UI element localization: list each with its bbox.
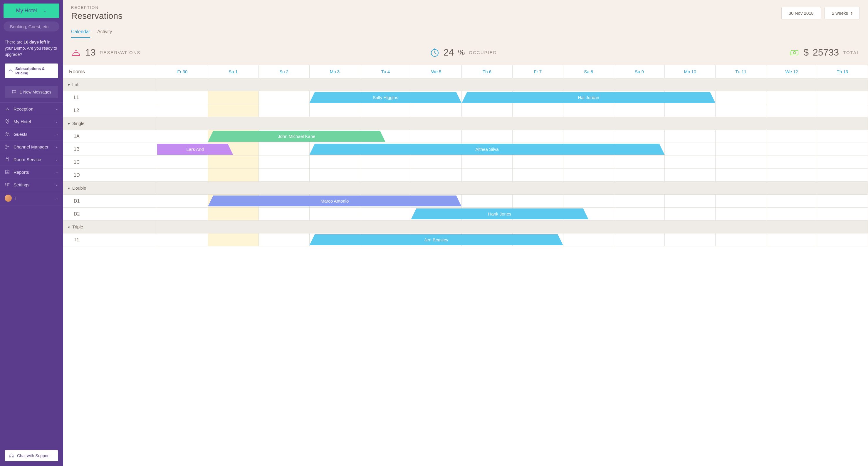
calendar-cell[interactable] [208, 233, 258, 246]
calendar-cell[interactable] [563, 195, 614, 208]
calendar-cell[interactable] [665, 208, 716, 221]
calendar-cell[interactable] [258, 156, 309, 169]
calendar-cell[interactable] [563, 169, 614, 182]
tab-calendar[interactable]: Calendar [71, 26, 90, 38]
calendar-cell[interactable] [716, 104, 766, 117]
room-label[interactable]: 1D [63, 169, 157, 182]
calendar-cell[interactable] [766, 156, 817, 169]
calendar-cell[interactable] [360, 104, 411, 117]
calendar-cell[interactable] [614, 156, 665, 169]
search-input[interactable] [10, 24, 66, 29]
calendar-cell[interactable] [258, 169, 309, 182]
sidebar-item-room-service[interactable]: Room Service ⌄ [0, 153, 63, 166]
calendar-cell[interactable] [258, 91, 309, 104]
day-header[interactable]: Sa 1 [208, 65, 258, 78]
reservation-bar[interactable]: Lars And [157, 144, 233, 155]
calendar-cell[interactable] [817, 233, 868, 246]
calendar-cell[interactable] [563, 130, 614, 143]
calendar-cell[interactable] [258, 233, 309, 246]
day-header[interactable]: Fr 7 [512, 65, 563, 78]
calendar-cell[interactable]: Hank Jones [411, 208, 462, 221]
reservation-bar[interactable]: Marco Antonio [208, 196, 462, 206]
calendar-cell[interactable] [665, 130, 716, 143]
calendar-cell[interactable] [258, 208, 309, 221]
sidebar-item-guests[interactable]: Guests ⌄ [0, 128, 63, 141]
calendar-cell[interactable] [208, 169, 258, 182]
day-header[interactable]: Th 13 [817, 65, 868, 78]
sidebar-item-user[interactable]: I ⌄ [0, 191, 63, 205]
calendar-cell[interactable] [716, 91, 766, 104]
room-group-toggle[interactable]: ▼Loft [63, 78, 157, 91]
calendar-cell[interactable] [766, 233, 817, 246]
day-header[interactable]: Th 6 [462, 65, 513, 78]
calendar-cell[interactable]: Lars And [157, 143, 208, 156]
calendar-cell[interactable] [665, 143, 716, 156]
calendar-cell[interactable] [360, 208, 411, 221]
search-box[interactable] [3, 22, 59, 31]
calendar-container[interactable]: RoomsFr 30Sa 1Su 2Mo 3Tu 4We 5Th 6Fr 7Sa… [63, 65, 868, 466]
reservation-bar[interactable]: Hal Jordan [462, 92, 715, 103]
room-label[interactable]: 1A [63, 130, 157, 143]
calendar-cell[interactable] [766, 143, 817, 156]
day-header[interactable]: Fr 30 [157, 65, 208, 78]
calendar-cell[interactable] [614, 130, 665, 143]
calendar-cell[interactable] [614, 169, 665, 182]
calendar-cell[interactable] [817, 156, 868, 169]
calendar-cell[interactable] [817, 195, 868, 208]
calendar-cell[interactable] [360, 169, 411, 182]
room-label[interactable]: D2 [63, 208, 157, 221]
calendar-cell[interactable] [157, 233, 208, 246]
chat-support-button[interactable]: Chat with Support [5, 450, 58, 461]
calendar-cell[interactable] [309, 156, 360, 169]
calendar-cell[interactable] [208, 208, 258, 221]
calendar-cell[interactable] [766, 104, 817, 117]
calendar-cell[interactable]: Marco Antonio [208, 195, 258, 208]
calendar-cell[interactable] [665, 156, 716, 169]
reservation-bar[interactable]: Jen Beasley [310, 234, 563, 245]
room-label[interactable]: D1 [63, 195, 157, 208]
hotel-select-button[interactable]: My Hotel ⌄ [3, 3, 59, 18]
calendar-cell[interactable] [614, 233, 665, 246]
calendar-cell[interactable] [208, 104, 258, 117]
calendar-cell[interactable] [258, 104, 309, 117]
room-label[interactable]: L1 [63, 91, 157, 104]
calendar-cell[interactable]: Hal Jordan [462, 91, 513, 104]
reservation-bar[interactable]: Hank Jones [411, 208, 588, 219]
subscriptions-button[interactable]: Subscriptions & Pricing [5, 63, 58, 78]
room-label[interactable]: L2 [63, 104, 157, 117]
sidebar-item-reports[interactable]: Reports ⌄ [0, 166, 63, 178]
day-header[interactable]: Tu 11 [716, 65, 766, 78]
calendar-cell[interactable] [157, 195, 208, 208]
room-group-toggle[interactable]: ▼Double [63, 182, 157, 195]
calendar-cell[interactable] [766, 195, 817, 208]
room-group-toggle[interactable]: ▼Single [63, 117, 157, 130]
calendar-cell[interactable]: Althea Silva [309, 143, 360, 156]
calendar-cell[interactable] [411, 156, 462, 169]
calendar-cell[interactable] [157, 156, 208, 169]
calendar-cell[interactable] [716, 156, 766, 169]
calendar-cell[interactable] [614, 104, 665, 117]
calendar-cell[interactable] [716, 143, 766, 156]
calendar-cell[interactable] [462, 195, 513, 208]
calendar-cell[interactable] [665, 169, 716, 182]
calendar-cell[interactable] [817, 91, 868, 104]
calendar-cell[interactable] [716, 208, 766, 221]
sidebar-item-settings[interactable]: Settings ⌄ [0, 178, 63, 191]
calendar-cell[interactable] [716, 130, 766, 143]
sidebar-item-reception[interactable]: Reception ⌄ [0, 103, 63, 115]
room-label[interactable]: T1 [63, 233, 157, 246]
day-header[interactable]: We 5 [411, 65, 462, 78]
calendar-cell[interactable] [360, 156, 411, 169]
reservation-bar[interactable]: Sally Higgins [310, 92, 462, 103]
calendar-cell[interactable] [614, 208, 665, 221]
calendar-cell[interactable] [665, 104, 716, 117]
calendar-cell[interactable]: Jen Beasley [309, 233, 360, 246]
calendar-cell[interactable]: Sally Higgins [309, 91, 360, 104]
room-label[interactable]: 1B [63, 143, 157, 156]
calendar-cell[interactable] [512, 195, 563, 208]
calendar-cell[interactable] [258, 143, 309, 156]
day-header[interactable]: Tu 4 [360, 65, 411, 78]
calendar-cell[interactable] [817, 169, 868, 182]
tab-activity[interactable]: Activity [97, 26, 112, 38]
messages-button[interactable]: 1 New Messages [5, 86, 58, 98]
